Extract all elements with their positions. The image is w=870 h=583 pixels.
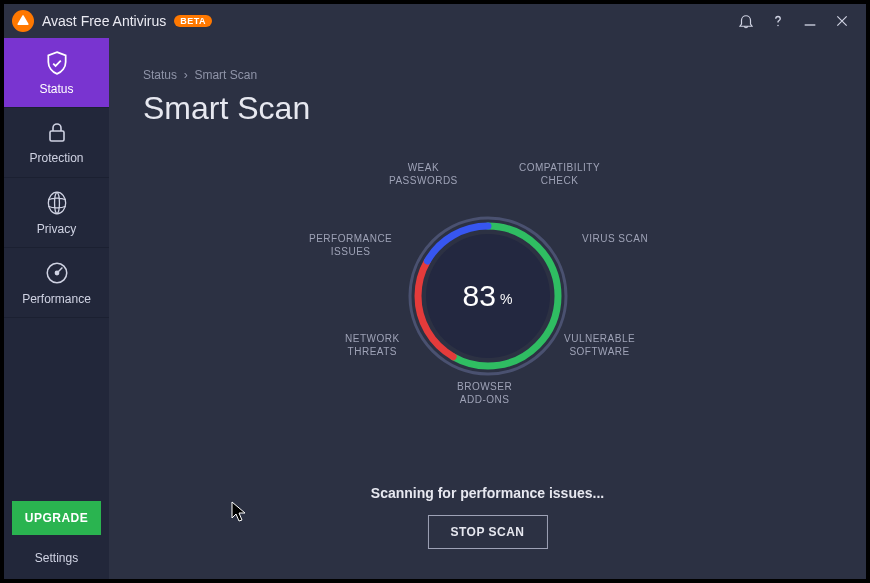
beta-badge: BETA [174, 15, 212, 27]
app-name: Avast Free Antivirus [42, 13, 166, 29]
dial-label-virus: VIRUS SCAN [582, 233, 648, 246]
breadcrumb-current: Smart Scan [194, 68, 257, 82]
svg-rect-1 [805, 24, 816, 25]
dial-label-performance: PERFORMANCE ISSUES [309, 233, 392, 258]
breadcrumb-parent[interactable]: Status [143, 68, 177, 82]
help-icon[interactable] [762, 5, 794, 37]
scan-status-text: Scanning for performance issues... [109, 485, 866, 501]
dial-label-weak: WEAK PASSWORDS [389, 162, 458, 187]
dial-label-vulnerable: VULNERABLE SOFTWARE [564, 333, 635, 358]
avast-logo-icon [12, 10, 34, 32]
title-bar: Avast Free Antivirus BETA [4, 4, 866, 38]
stop-scan-button[interactable]: STOP SCAN [427, 515, 547, 549]
svg-point-3 [48, 192, 65, 214]
sidebar-item-status[interactable]: Status [4, 38, 109, 108]
dial-label-compatibility: COMPATIBILITY CHECK [519, 162, 600, 187]
sidebar-item-label: Protection [29, 151, 83, 165]
upgrade-button[interactable]: UPGRADE [12, 501, 101, 535]
main-panel: Status › Smart Scan Smart Scan [109, 38, 866, 579]
notifications-icon[interactable] [730, 5, 762, 37]
app-window: Avast Free Antivirus BETA Status Protect… [4, 4, 866, 579]
dial-label-network: NETWORK THREATS [345, 333, 400, 358]
breadcrumb: Status › Smart Scan [143, 68, 257, 82]
sidebar-item-privacy[interactable]: Privacy [4, 178, 109, 248]
progress-dial: 83 % [393, 201, 583, 391]
sidebar-item-label: Performance [22, 292, 91, 306]
close-icon[interactable] [826, 5, 858, 37]
sidebar: Status Protection Privacy Performance UP… [4, 38, 109, 579]
sidebar-item-protection[interactable]: Protection [4, 108, 109, 178]
sidebar-item-label: Privacy [37, 222, 76, 236]
sidebar-item-performance[interactable]: Performance [4, 248, 109, 318]
sidebar-item-label: Status [39, 82, 73, 96]
settings-link[interactable]: Settings [4, 543, 109, 579]
minimize-icon[interactable] [794, 5, 826, 37]
progress-percent: 83 % [393, 201, 583, 391]
dial-label-browser: BROWSER ADD-ONS [457, 381, 512, 406]
svg-rect-2 [50, 131, 64, 141]
cursor-icon [231, 501, 249, 523]
page-title: Smart Scan [143, 90, 310, 127]
svg-point-0 [777, 25, 779, 27]
